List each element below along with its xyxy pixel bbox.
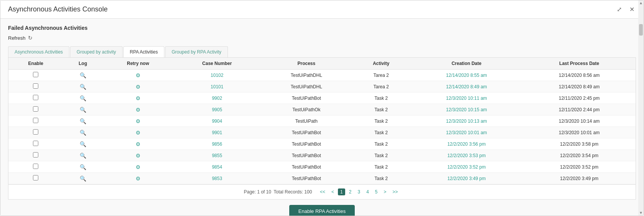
tab-async-activities[interactable]: Asynchronous Activities (8, 46, 69, 57)
expand-button[interactable]: ⤢ (615, 5, 623, 14)
cell-case-3[interactable]: 9905 (174, 104, 261, 115)
cell-enable-1 (8, 81, 63, 93)
enable-rpa-button[interactable]: Enable RPA Activities (289, 205, 355, 216)
cell-case-0[interactable]: 10102 (174, 70, 261, 81)
scrollbar-up[interactable]: ▲ (638, 0, 644, 6)
cell-activity-0: Tarea 2 (352, 70, 410, 81)
gear-icon-2[interactable]: ⚙ (136, 95, 141, 101)
col-case-number: Case Number (174, 58, 261, 70)
refresh-label: Refresh (8, 35, 26, 41)
refresh-row[interactable]: Refresh ↻ (8, 35, 636, 41)
cell-case-8[interactable]: 9854 (174, 161, 261, 173)
cell-creation-date-2: 12/3/2020 10:11 am (410, 93, 523, 104)
cell-case-2[interactable]: 9902 (174, 93, 261, 104)
cell-creation-date-6: 12/2/2020 3:56 pm (410, 138, 523, 150)
cell-case-6[interactable]: 9856 (174, 138, 261, 150)
cell-last-process-date-6: 12/2/2020 3:58 pm (523, 138, 636, 150)
pagination-text: Page: 1 of 10 Total Records: 100 (244, 189, 312, 195)
log-icon-7[interactable]: 🔍 (80, 153, 86, 159)
cell-last-process-date-1: 12/14/2020 8:49 am (523, 81, 636, 93)
refresh-icon: ↻ (28, 35, 33, 41)
log-icon-9[interactable]: 🔍 (80, 175, 86, 182)
col-retry: Retry now (103, 58, 174, 70)
gear-icon-6[interactable]: ⚙ (136, 141, 141, 147)
cell-last-process-date-3: 12/11/2020 2:44 pm (523, 104, 636, 115)
log-icon-4[interactable]: 🔍 (80, 118, 86, 124)
scrollbar-down[interactable]: ▼ (638, 210, 644, 216)
enable-checkbox-0[interactable] (33, 72, 38, 77)
page-first[interactable]: << (318, 188, 328, 195)
gear-icon-7[interactable]: ⚙ (136, 153, 141, 159)
cell-activity-9: Task 2 (352, 173, 410, 184)
cell-activity-8: Task 2 (352, 161, 410, 173)
tab-grouped-by-activity[interactable]: Grouped by activity (70, 46, 123, 57)
page-next[interactable]: > (382, 188, 389, 195)
enable-checkbox-7[interactable] (33, 152, 38, 158)
cell-case-7[interactable]: 9855 (174, 150, 261, 161)
log-icon-6[interactable]: 🔍 (80, 141, 86, 147)
page-3[interactable]: 3 (355, 188, 362, 195)
log-icon-1[interactable]: 🔍 (80, 84, 86, 90)
cell-process-4: TestUiPath (261, 115, 352, 127)
cell-log-8: 🔍 (63, 161, 103, 173)
enable-checkbox-4[interactable] (33, 118, 38, 123)
cell-enable-6 (8, 138, 63, 150)
gear-icon-5[interactable]: ⚙ (136, 130, 141, 136)
gear-icon-8[interactable]: ⚙ (136, 164, 141, 170)
enable-checkbox-5[interactable] (33, 129, 38, 135)
cell-process-8: TestUiPathBot (261, 161, 352, 173)
cell-log-3: 🔍 (63, 104, 103, 115)
gear-icon-9[interactable]: ⚙ (136, 175, 141, 182)
log-icon-0[interactable]: 🔍 (80, 72, 86, 78)
tab-grouped-by-rpa[interactable]: Grouped by RPA Activity (165, 46, 228, 57)
enable-checkbox-9[interactable] (33, 175, 38, 180)
cell-last-process-date-8: 12/2/2020 3:52 pm (523, 161, 636, 173)
log-icon-5[interactable]: 🔍 (80, 130, 86, 136)
cell-enable-8 (8, 161, 63, 173)
gear-icon-4[interactable]: ⚙ (136, 118, 141, 124)
page-1[interactable]: 1 (338, 188, 345, 195)
cell-activity-7: Task 2 (352, 150, 410, 161)
cell-enable-0 (8, 70, 63, 81)
cell-retry-4: ⚙ (103, 115, 174, 127)
cell-enable-3 (8, 104, 63, 115)
cell-enable-9 (8, 173, 63, 184)
log-icon-2[interactable]: 🔍 (80, 95, 86, 101)
cell-last-process-date-9: 12/2/2020 3:49 pm (523, 173, 636, 184)
enable-checkbox-6[interactable] (33, 141, 38, 146)
enable-checkbox-1[interactable] (33, 83, 38, 89)
gear-icon-1[interactable]: ⚙ (136, 84, 141, 90)
cell-case-5[interactable]: 9901 (174, 127, 261, 138)
gear-icon-3[interactable]: ⚙ (136, 107, 141, 113)
close-button[interactable]: ✕ (628, 5, 636, 14)
table-row: 🔍 ⚙ 9853 TestUiPathBot Task 2 12/2/2020 … (8, 173, 636, 184)
cell-retry-3: ⚙ (103, 104, 174, 115)
enable-checkbox-8[interactable] (33, 164, 38, 169)
modal-actions: ⤢ ✕ (615, 5, 636, 14)
cell-activity-4: Task 2 (352, 115, 410, 127)
cell-case-4[interactable]: 9904 (174, 115, 261, 127)
cell-last-process-date-5: 12/3/2020 10:01 am (523, 127, 636, 138)
tab-rpa-activities[interactable]: RPA Activities (123, 46, 164, 57)
cell-process-7: TestUiPathBot (261, 150, 352, 161)
scrollbar-thumb[interactable] (639, 24, 643, 36)
page-prev[interactable]: < (329, 188, 336, 195)
table-row: 🔍 ⚙ 9854 TestUiPathBot Task 2 12/2/2020 … (8, 161, 636, 173)
cell-retry-2: ⚙ (103, 93, 174, 104)
section-title: Failed Asynchronous Activities (8, 25, 636, 31)
cell-case-1[interactable]: 10101 (174, 81, 261, 93)
page-last[interactable]: >> (390, 188, 400, 195)
cell-retry-6: ⚙ (103, 138, 174, 150)
enable-checkbox-2[interactable] (33, 95, 38, 100)
cell-case-9[interactable]: 9853 (174, 173, 261, 184)
gear-icon-0[interactable]: ⚙ (136, 72, 141, 78)
page-4[interactable]: 4 (364, 188, 371, 195)
table-row: 🔍 ⚙ 10101 TestUiPathDHL Tarea 2 12/14/20… (8, 81, 636, 93)
log-icon-3[interactable]: 🔍 (80, 107, 86, 113)
modal-body: Failed Asynchronous Activities Refresh ↻… (0, 19, 644, 216)
page-5[interactable]: 5 (373, 188, 380, 195)
log-icon-8[interactable]: 🔍 (80, 164, 86, 170)
page-2[interactable]: 2 (347, 188, 354, 195)
enable-checkbox-3[interactable] (33, 106, 38, 112)
cell-log-9: 🔍 (63, 173, 103, 184)
